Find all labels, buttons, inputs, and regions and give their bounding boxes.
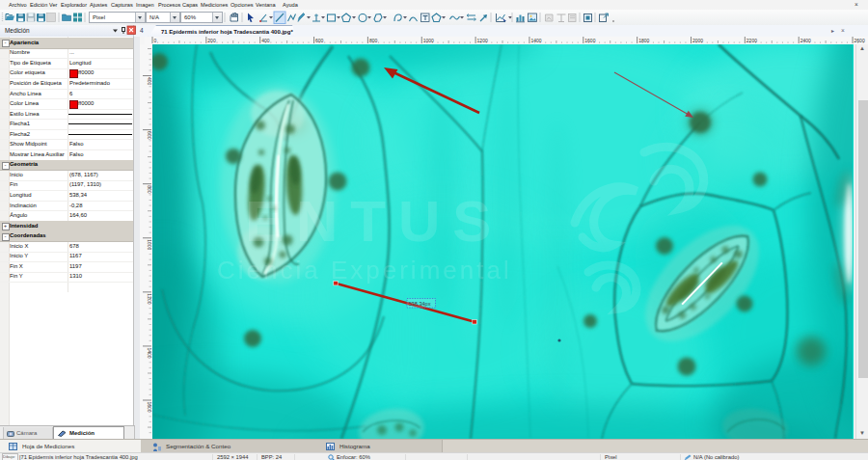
svg-text:1400: 1400 — [147, 347, 152, 358]
svg-text:ENTUS: ENTUS — [245, 189, 503, 254]
svg-text:600: 600 — [147, 131, 152, 140]
svg-text:0: 0 — [154, 38, 157, 43]
svg-text:2400: 2400 — [800, 38, 811, 43]
svg-text:200: 200 — [207, 38, 216, 43]
svg-text:1200: 1200 — [147, 293, 152, 304]
svg-text:Ciencia Experimental: Ciencia Experimental — [217, 256, 512, 284]
svg-text:1400: 1400 — [530, 38, 541, 43]
svg-text:800: 800 — [147, 185, 152, 194]
svg-text:538,34px: 538,34px — [409, 301, 431, 307]
svg-text:400: 400 — [261, 38, 270, 43]
svg-text:800: 800 — [369, 38, 378, 43]
svg-text:2000: 2000 — [692, 38, 703, 43]
svg-text:1000: 1000 — [147, 239, 152, 250]
svg-text:1600: 1600 — [584, 38, 595, 43]
svg-text:2200: 2200 — [746, 38, 757, 43]
svg-text:600: 600 — [315, 38, 324, 43]
svg-text:1800: 1800 — [638, 38, 649, 43]
svg-text:1200: 1200 — [477, 38, 488, 43]
svg-text:2600: 2600 — [854, 38, 865, 43]
svg-text:400: 400 — [147, 77, 152, 86]
svg-text:1000: 1000 — [423, 38, 434, 43]
svg-text:1600: 1600 — [147, 402, 152, 413]
